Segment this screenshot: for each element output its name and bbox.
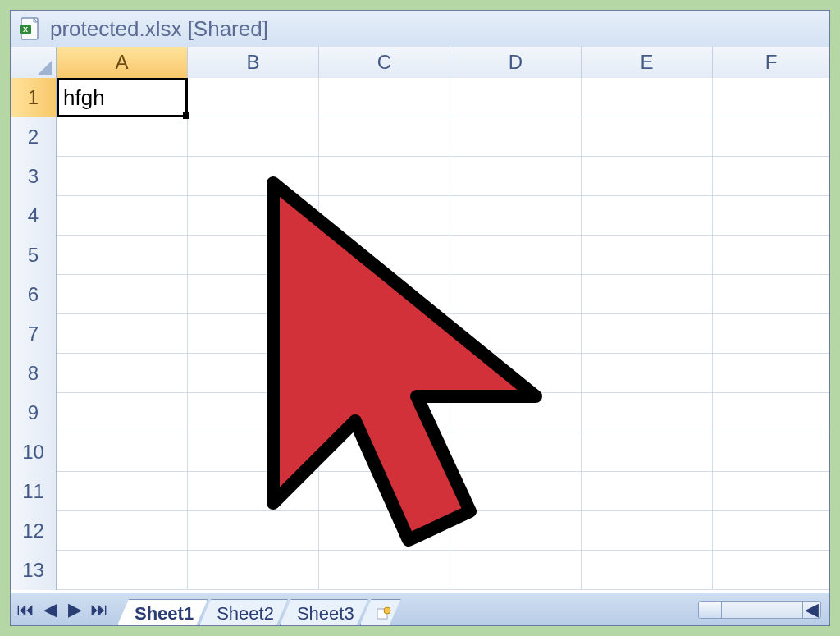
cell-D10[interactable] xyxy=(450,432,582,472)
cell-A9[interactable] xyxy=(57,393,188,432)
cell-E7[interactable] xyxy=(582,314,713,354)
column-header-C[interactable]: C xyxy=(319,47,450,78)
cell-A13[interactable] xyxy=(57,551,188,590)
cell-F2[interactable] xyxy=(713,117,829,157)
row-header-10[interactable]: 10 xyxy=(11,432,57,472)
scroll-left-arrow-icon[interactable]: ◀ xyxy=(802,602,820,618)
row-header-1[interactable]: 1 xyxy=(11,78,57,117)
cell-D9[interactable] xyxy=(450,393,582,432)
cell-D8[interactable] xyxy=(450,354,582,393)
row-header-13[interactable]: 13 xyxy=(11,551,57,590)
cell-C11[interactable] xyxy=(319,472,450,511)
cell-E6[interactable] xyxy=(582,275,713,314)
cell-D13[interactable] xyxy=(450,551,582,590)
cell-C6[interactable] xyxy=(319,275,450,314)
cell-A12[interactable] xyxy=(57,511,188,551)
row-header-8[interactable]: 8 xyxy=(11,354,57,393)
cell-A7[interactable] xyxy=(57,314,188,354)
cell-F8[interactable] xyxy=(713,354,829,393)
cell-B8[interactable] xyxy=(188,354,319,393)
row-header-7[interactable]: 7 xyxy=(11,314,57,354)
nav-next-icon[interactable]: ▶ xyxy=(65,600,84,620)
cell-A10[interactable] xyxy=(57,432,188,472)
tab-sheet1[interactable]: Sheet1 xyxy=(117,599,208,625)
row-header-12[interactable]: 12 xyxy=(11,511,57,551)
cell-E9[interactable] xyxy=(582,393,713,432)
horizontal-scrollbar[interactable]: ◀ xyxy=(698,601,821,619)
cell-D5[interactable] xyxy=(450,236,582,275)
cell-F12[interactable] xyxy=(713,511,829,551)
cell-C12[interactable] xyxy=(319,511,450,551)
cell-A1[interactable]: hfgh xyxy=(57,78,188,117)
cell-F5[interactable] xyxy=(713,236,829,275)
row-header-2[interactable]: 2 xyxy=(11,117,57,157)
cell-F4[interactable] xyxy=(713,196,829,236)
cell-E1[interactable] xyxy=(582,78,713,117)
cell-B11[interactable] xyxy=(188,472,319,511)
cell-B10[interactable] xyxy=(188,432,319,472)
cell-D6[interactable] xyxy=(450,275,582,314)
cell-B6[interactable] xyxy=(188,275,319,314)
cell-E5[interactable] xyxy=(582,236,713,275)
cell-C8[interactable] xyxy=(319,354,450,393)
cell-E13[interactable] xyxy=(582,551,713,590)
cell-B9[interactable] xyxy=(188,393,319,432)
row-header-3[interactable]: 3 xyxy=(11,157,57,196)
row-header-4[interactable]: 4 xyxy=(11,196,57,236)
cell-C10[interactable] xyxy=(319,432,450,472)
cell-C1[interactable] xyxy=(319,78,450,117)
column-header-E[interactable]: E xyxy=(582,47,713,78)
cell-E2[interactable] xyxy=(582,117,713,157)
nav-first-icon[interactable]: ⏮ xyxy=(16,600,35,620)
cell-B13[interactable] xyxy=(188,551,319,590)
cell-B1[interactable] xyxy=(188,78,319,117)
row-header-6[interactable]: 6 xyxy=(11,275,57,314)
cell-A5[interactable] xyxy=(57,236,188,275)
tab-sheet3[interactable]: Sheet3 xyxy=(280,599,368,625)
cell-F10[interactable] xyxy=(713,432,829,472)
cell-B12[interactable] xyxy=(188,511,319,551)
worksheet-grid[interactable]: A B C D E F 1 hfgh 2 xyxy=(11,47,829,593)
cell-B3[interactable] xyxy=(188,157,319,196)
cell-B5[interactable] xyxy=(188,236,319,275)
select-all-triangle[interactable] xyxy=(11,47,57,78)
cell-C4[interactable] xyxy=(319,196,450,236)
cell-F9[interactable] xyxy=(713,393,829,432)
cell-D4[interactable] xyxy=(450,196,582,236)
cell-E12[interactable] xyxy=(582,511,713,551)
column-header-A[interactable]: A xyxy=(57,47,188,78)
cell-D12[interactable] xyxy=(450,511,582,551)
cell-C2[interactable] xyxy=(319,117,450,157)
column-header-B[interactable]: B xyxy=(188,47,319,78)
cell-F13[interactable] xyxy=(713,551,829,590)
cell-B7[interactable] xyxy=(188,314,319,354)
cell-D3[interactable] xyxy=(450,157,582,196)
tab-sheet2[interactable]: Sheet2 xyxy=(199,599,288,625)
cell-A8[interactable] xyxy=(57,354,188,393)
cell-E8[interactable] xyxy=(582,354,713,393)
cell-E4[interactable] xyxy=(582,196,713,236)
row-header-11[interactable]: 11 xyxy=(11,472,57,511)
cell-A2[interactable] xyxy=(57,117,188,157)
cell-B2[interactable] xyxy=(188,117,319,157)
cell-E11[interactable] xyxy=(582,472,713,511)
row-header-9[interactable]: 9 xyxy=(11,393,57,432)
cell-D7[interactable] xyxy=(450,314,582,354)
cell-F11[interactable] xyxy=(713,472,829,511)
cell-E10[interactable] xyxy=(582,432,713,472)
nav-prev-icon[interactable]: ◀ xyxy=(40,600,60,620)
cell-A4[interactable] xyxy=(57,196,188,236)
cell-A3[interactable] xyxy=(57,157,188,196)
cell-F7[interactable] xyxy=(713,314,829,354)
cell-D11[interactable] xyxy=(450,472,582,511)
scrollbar-thumb[interactable] xyxy=(699,602,722,618)
cell-B4[interactable] xyxy=(188,196,319,236)
cell-C13[interactable] xyxy=(319,551,450,590)
row-header-5[interactable]: 5 xyxy=(11,236,57,275)
column-header-F[interactable]: F xyxy=(713,47,829,78)
cell-F1[interactable] xyxy=(713,78,829,117)
cell-F6[interactable] xyxy=(713,275,829,314)
nav-last-icon[interactable]: ⏭ xyxy=(89,600,109,620)
cell-E3[interactable] xyxy=(582,157,713,196)
cell-D1[interactable] xyxy=(450,78,582,117)
